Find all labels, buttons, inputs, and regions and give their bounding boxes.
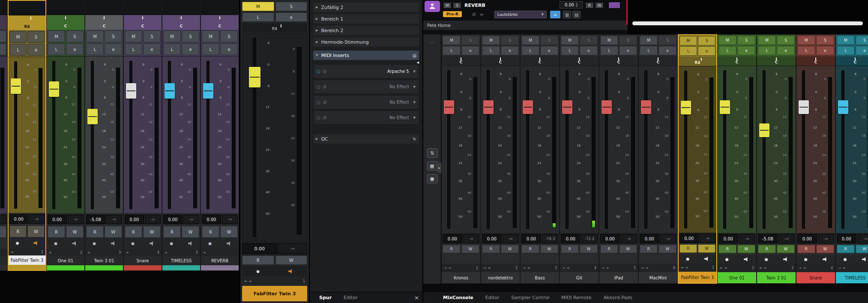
fader-slot[interactable] — [447, 70, 450, 229]
write-button[interactable]: W — [461, 245, 479, 253]
mute-button[interactable]: M — [443, 36, 461, 45]
fader-area[interactable]: 606121824304050 06121824304050 — [521, 66, 559, 234]
bypass-icon[interactable]: ∅ — [323, 84, 327, 89]
fader-cap[interactable] — [523, 100, 533, 114]
fader-slot[interactable] — [763, 70, 766, 229]
solo-button[interactable]: S — [27, 31, 45, 43]
zone-tab[interactable]: Editor — [485, 295, 500, 300]
fader-cap[interactable] — [165, 83, 175, 99]
mute-button[interactable]: M — [125, 30, 142, 42]
solo-button[interactable]: S — [619, 36, 637, 45]
fader-slot[interactable] — [605, 70, 608, 229]
mute-button[interactable]: M — [600, 36, 618, 45]
listen-button[interactable]: L — [718, 46, 736, 55]
write-button[interactable]: W — [182, 226, 199, 238]
write-button[interactable]: W — [275, 255, 308, 265]
close-icon[interactable]: × — [414, 294, 419, 301]
qc-sync-icon[interactable]: ↻ — [413, 137, 416, 141]
fader-area[interactable]: 606121824304050 06121824304050 — [679, 66, 716, 233]
pan-control[interactable]: C — [124, 15, 162, 30]
listen-button[interactable]: L — [202, 43, 219, 55]
mute-button[interactable]: M — [797, 36, 815, 45]
listen-button[interactable]: L — [600, 46, 618, 55]
solo-button[interactable]: S — [580, 36, 598, 45]
volume-value[interactable]: 0.00 — [48, 215, 67, 224]
record-icon[interactable]: ● — [804, 258, 808, 261]
read-button[interactable]: R — [797, 245, 815, 253]
pan-control[interactable]: C — [757, 56, 796, 66]
write-button[interactable]: W — [0, 226, 6, 238]
fader-slot[interactable] — [644, 70, 647, 229]
pan-control[interactable] — [0, 15, 7, 30]
fader-area[interactable]: 606121824304050 06121824304050 — [242, 33, 307, 242]
edit-button[interactable]: e — [580, 46, 598, 55]
fader-area[interactable]: 606121824304050 06121824304050 — [47, 56, 84, 214]
read-button[interactable]: R — [600, 245, 618, 253]
volume-value[interactable]: 0.00 — [163, 215, 183, 224]
fader-cap[interactable] — [838, 100, 848, 114]
read-button[interactable]: R — [48, 226, 65, 238]
grid-view-icon[interactable]: ▤ — [572, 11, 581, 18]
record-icon[interactable]: ● — [725, 258, 729, 261]
volume-value[interactable]: 0.00 — [9, 214, 28, 224]
zones-view-icon[interactable]: ▣ — [427, 174, 437, 183]
volume-value[interactable]: 0.00 — [797, 234, 817, 243]
read-button[interactable]: R — [758, 245, 776, 253]
listen-button[interactable]: L — [837, 46, 855, 55]
fader-area[interactable]: 606121824304050 06121824304050 — [162, 56, 200, 214]
fader-area[interactable]: 606121824304050 06121824304050 — [599, 66, 638, 234]
mute-button[interactable]: M — [521, 36, 539, 45]
write-button[interactable]: W — [27, 225, 45, 237]
fader-cap[interactable] — [602, 100, 612, 114]
zone-tab[interactable]: MIDI Remote — [561, 295, 591, 300]
record-icon[interactable]: ● — [93, 242, 96, 246]
monitor-speaker-icon[interactable] — [72, 241, 77, 246]
volume-value[interactable]: 0.00 — [521, 234, 541, 243]
listen-button[interactable]: L — [561, 46, 579, 55]
pan-control[interactable]: C — [481, 56, 520, 66]
write-button[interactable]: W — [143, 226, 161, 238]
edit-button[interactable]: e — [27, 44, 45, 56]
zone-tab[interactable]: Spur — [319, 295, 332, 300]
dropdown-icon[interactable]: ▼ — [413, 70, 416, 73]
write-button[interactable]: W — [501, 245, 519, 253]
record-icon[interactable]: ● — [54, 242, 57, 246]
monitor-speaker-icon[interactable] — [704, 257, 709, 261]
mute-button[interactable]: M — [758, 36, 776, 45]
insert-slot[interactable]: ○ ∅ No Effect ▼ — [313, 95, 419, 109]
pan-control[interactable]: C — [85, 15, 123, 30]
fader-cap[interactable] — [681, 101, 691, 114]
edit-button[interactable]: e — [737, 46, 755, 55]
insert-plugin-name[interactable]: No Effect — [389, 100, 409, 105]
listen-button[interactable]: L — [640, 46, 658, 55]
channel-name[interactable]: FabFilter Twin 3 — [9, 255, 45, 265]
mute-button[interactable]: M — [86, 30, 104, 42]
fader-cap[interactable] — [126, 83, 136, 99]
solo-button[interactable]: S — [698, 36, 715, 45]
write-button[interactable]: W — [737, 245, 755, 253]
solo-button[interactable]: S — [220, 30, 238, 42]
edit-button[interactable]: e — [105, 43, 122, 55]
channel-name[interactable]: iPad — [599, 272, 638, 283]
record-icon[interactable]: ● — [16, 241, 19, 245]
expand-handle-icon[interactable]: ▸ — [437, 163, 441, 173]
read-button[interactable]: R — [9, 225, 27, 237]
channel-name[interactable]: One 01 — [47, 256, 84, 265]
edit-button[interactable]: e — [777, 46, 795, 55]
mute-button[interactable]: M — [640, 36, 658, 45]
bypass-icon[interactable]: ∅ — [323, 115, 327, 120]
zone-tab[interactable]: Editor — [344, 295, 358, 300]
fader-area[interactable]: 606121824304050 06121824304050 — [9, 57, 45, 213]
monitor-speaker-icon[interactable] — [823, 257, 827, 261]
fader-cap[interactable] — [483, 100, 494, 114]
read-button[interactable]: R — [163, 226, 181, 238]
fader-area[interactable]: 606121824304050 06121824304050 — [85, 56, 123, 214]
volume-value[interactable]: 0.00 ▲▼ — [560, 1, 583, 9]
write-button[interactable]: W — [816, 245, 834, 253]
record-icon[interactable]: ● — [208, 242, 212, 246]
dropdown-icon[interactable]: ▼ — [413, 85, 416, 89]
zone-tab[interactable]: MixConsole — [443, 295, 473, 300]
listen-button[interactable]: L — [242, 12, 274, 22]
read-button[interactable]: R — [242, 255, 274, 265]
fader-cap[interactable] — [562, 100, 572, 114]
